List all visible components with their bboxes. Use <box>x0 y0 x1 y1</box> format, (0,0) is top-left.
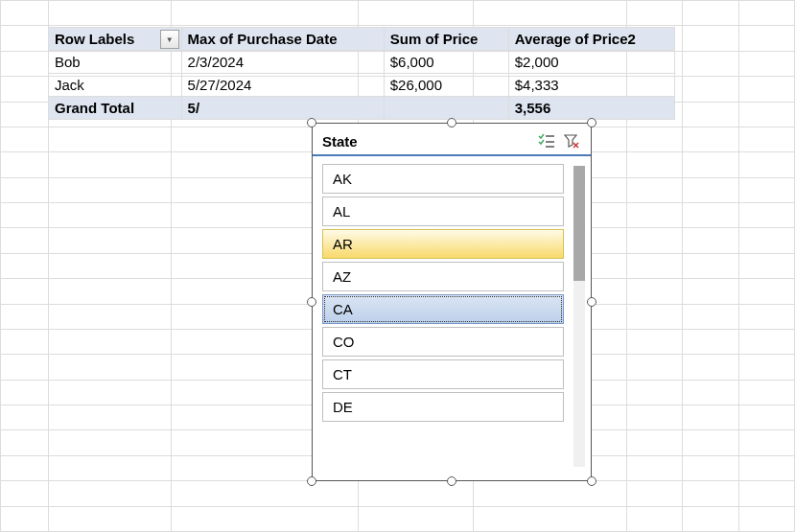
resize-handle[interactable] <box>307 118 316 127</box>
header-row-labels-text: Row Labels <box>55 31 134 47</box>
slicer-item[interactable]: CA <box>322 294 564 324</box>
slicer-item[interactable]: AR <box>322 229 564 259</box>
slicer-scrollbar[interactable] <box>573 166 585 467</box>
resize-handle[interactable] <box>587 476 596 486</box>
currency-symbol: $ <box>390 54 398 70</box>
row-labels-dropdown-icon[interactable]: ▼ <box>160 30 179 49</box>
pivot-row[interactable]: Jack 5/27/2024 $ 26,000 $ 4,333 <box>49 74 675 97</box>
clear-filter-icon[interactable] <box>562 131 581 150</box>
resize-handle[interactable] <box>587 118 596 127</box>
price-value: 3,556 <box>515 100 551 116</box>
slicer-header: State <box>313 124 591 156</box>
price-value: 26,000 <box>398 77 442 93</box>
price-value: 2,000 <box>523 54 559 70</box>
slicer-body: AK AL AR AZ CA CO CT DE <box>313 156 591 476</box>
pivot-header-row: Row Labels ▼ Max of Purchase Date Sum of… <box>49 28 675 51</box>
cell-sum-price: $ 26,000 <box>384 74 508 97</box>
cell-avg-price: $ 4,333 <box>508 74 674 97</box>
grand-avg-price: 3,556 <box>508 97 674 120</box>
multi-select-icon[interactable] <box>537 131 556 150</box>
cell-max-date: 2/3/2024 <box>181 51 384 74</box>
header-row-labels[interactable]: Row Labels ▼ <box>49 28 182 51</box>
grand-max-date-partial: 5/ <box>181 97 384 120</box>
cell-sum-price: $ 6,000 <box>384 51 508 74</box>
grand-total-label: Grand Total <box>49 97 182 120</box>
slicer-item[interactable]: DE <box>322 392 564 422</box>
slicer-item[interactable]: CT <box>322 359 564 389</box>
price-value: 6,000 <box>398 54 434 70</box>
slicer-state[interactable]: State AK AL AR AZ CA CO CT DE <box>312 123 592 481</box>
slicer-item[interactable]: CO <box>322 327 564 357</box>
resize-handle[interactable] <box>447 476 456 486</box>
resize-handle[interactable] <box>307 476 316 486</box>
header-sum-price[interactable]: Sum of Price <box>384 28 508 51</box>
cell-avg-price: $ 2,000 <box>508 51 674 74</box>
row-label: Bob <box>49 51 182 74</box>
resize-handle[interactable] <box>307 297 316 307</box>
slicer-item[interactable]: AK <box>322 164 564 194</box>
resize-handle[interactable] <box>447 118 456 127</box>
currency-symbol: $ <box>390 77 398 93</box>
slicer-title-text: State <box>322 133 531 150</box>
pivot-table[interactable]: Row Labels ▼ Max of Purchase Date Sum of… <box>48 27 675 120</box>
header-avg-price[interactable]: Average of Price2 <box>508 28 674 51</box>
currency-symbol: $ <box>515 54 523 70</box>
header-max-date[interactable]: Max of Purchase Date <box>181 28 384 51</box>
slicer-item[interactable]: AZ <box>322 262 564 291</box>
currency-symbol: $ <box>515 77 523 93</box>
cell-max-date: 5/27/2024 <box>181 74 384 97</box>
resize-handle[interactable] <box>587 297 596 307</box>
price-value: 4,333 <box>523 77 559 93</box>
slicer-item[interactable]: AL <box>322 197 564 226</box>
grand-total-row[interactable]: Grand Total 5/ 3,556 <box>49 97 675 120</box>
pivot-row[interactable]: Bob 2/3/2024 $ 6,000 $ 2,000 <box>49 51 675 74</box>
row-label: Jack <box>49 74 182 97</box>
grand-sum-price <box>384 97 508 120</box>
slicer-scrollbar-thumb[interactable] <box>573 166 585 281</box>
